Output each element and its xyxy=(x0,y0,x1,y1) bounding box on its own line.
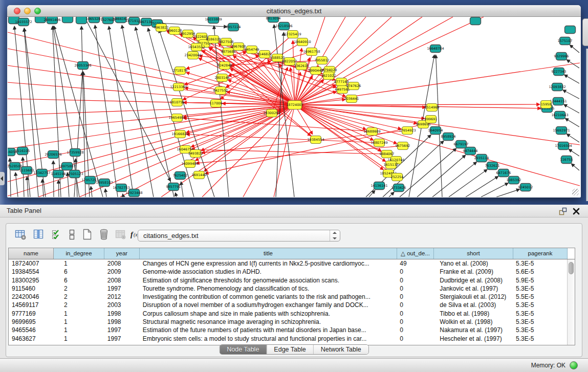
cell-pagerank[interactable]: 5.5E-5 xyxy=(513,293,567,301)
cell-name[interactable]: 19384554 xyxy=(9,268,54,276)
cell-short[interactable]: Jankovic et al. (1997) xyxy=(433,285,513,293)
cell-title[interactable]: Estimation of significance thresholds fo… xyxy=(140,276,397,285)
cell-name[interactable]: 9777169 xyxy=(9,310,54,318)
delete-button[interactable] xyxy=(97,228,111,242)
cell-in_degree[interactable]: 6 xyxy=(54,268,104,276)
cell-short[interactable]: Hescheler et al. (1997) xyxy=(433,335,513,343)
cell-name[interactable]: 9115460 xyxy=(9,285,54,293)
cell-out_de[interactable]: 0 xyxy=(397,285,433,293)
cell-year[interactable]: 2003 xyxy=(104,301,140,309)
cell-year[interactable]: 1998 xyxy=(104,310,140,318)
cell-title[interactable]: Genome-wide association studies in ADHD. xyxy=(140,268,397,276)
cell-pagerank[interactable]: 5.3E-5 xyxy=(513,259,567,268)
cell-title[interactable]: Disruption of a novel member of a sodium… xyxy=(140,301,397,309)
cell-short[interactable]: Dudbridge et al. (2008) xyxy=(433,276,513,285)
cell-in_degree[interactable]: 1 xyxy=(54,259,104,268)
column-header-in_degree[interactable]: in_degree xyxy=(54,248,104,259)
cell-title[interactable]: Structural magnetic resonance image aver… xyxy=(140,318,397,326)
cell-pagerank[interactable]: 5.3E-5 xyxy=(513,310,567,318)
scrollbar-thumb[interactable] xyxy=(569,262,574,274)
cell-name[interactable]: 18300295 xyxy=(9,276,54,285)
network-canvas[interactable]: 1403557220891406106532871527602646616110… xyxy=(8,17,580,197)
table-options-button[interactable] xyxy=(14,228,27,242)
cell-in_degree[interactable]: 1 xyxy=(54,326,104,334)
close-panel-icon[interactable] xyxy=(572,207,581,216)
column-header-out_de[interactable]: △ out_de... xyxy=(397,248,434,259)
memory-status-indicator[interactable] xyxy=(570,361,578,369)
cell-short[interactable]: de Silva et al. (2003) xyxy=(433,301,513,309)
table-row[interactable]: 1872400712008Changes of HCN gene express… xyxy=(9,259,567,268)
cell-title[interactable]: Embryonic stem cells: a model to study s… xyxy=(140,335,397,343)
cell-out_de[interactable]: 0 xyxy=(397,335,433,343)
tab-network-table[interactable]: Network Table xyxy=(313,345,368,354)
cell-out_de[interactable]: 49 xyxy=(397,259,433,268)
table-row[interactable]: 1456911722003Disruption of a novel membe… xyxy=(9,301,567,309)
tab-edge-table[interactable]: Edge Table xyxy=(266,345,313,354)
cell-out_de[interactable]: 0 xyxy=(397,301,433,309)
column-header-title[interactable]: title xyxy=(140,248,397,259)
cell-pagerank[interactable]: 5.3E-5 xyxy=(513,335,567,343)
cell-year[interactable]: 1997 xyxy=(104,326,140,334)
cell-short[interactable]: Stergiakouli et al. (2012) xyxy=(433,293,513,301)
cell-pagerank[interactable]: 5.3E-5 xyxy=(513,301,567,309)
cell-title[interactable]: Tourette syndrome. Phenomenology and cla… xyxy=(140,285,397,293)
table-row[interactable]: 969969511998Structural magnetic resonanc… xyxy=(9,318,567,326)
column-header-pagerank[interactable]: pagerank xyxy=(513,248,568,259)
table-row[interactable]: 946362711997Embryonic stem cells: a mode… xyxy=(9,335,567,343)
cell-year[interactable]: 1997 xyxy=(104,285,140,293)
cell-name[interactable]: 9465546 xyxy=(9,326,54,334)
table-row[interactable]: 911546021997Tourette syndrome. Phenomeno… xyxy=(9,285,567,293)
cell-in_degree[interactable]: 2 xyxy=(54,293,104,301)
cell-in_degree[interactable]: 1 xyxy=(54,335,104,343)
cell-short[interactable]: Yano et al. (2008) xyxy=(433,259,513,268)
graph-node[interactable] xyxy=(62,17,73,23)
graph-node[interactable] xyxy=(76,17,87,24)
cell-in_degree[interactable]: 1 xyxy=(54,310,104,318)
cell-title[interactable]: Corpus callosum shape and size in male p… xyxy=(140,310,397,318)
float-panel-icon[interactable] xyxy=(558,207,568,216)
citation-network-graph[interactable]: 1403557220891406106532871527602646616110… xyxy=(8,17,580,197)
column-header-year[interactable]: year xyxy=(104,248,140,259)
cell-pagerank[interactable]: 5.3E-5 xyxy=(513,318,567,326)
column-header-name[interactable]: name xyxy=(9,248,54,259)
table-row[interactable]: 1830029562008Estimation of significance … xyxy=(9,276,567,285)
table-row[interactable]: 2242004622012Investigating the contribut… xyxy=(9,293,567,301)
cell-out_de[interactable]: 0 xyxy=(397,276,433,285)
network-window-titlebar[interactable]: citations_edges.txt xyxy=(7,5,581,17)
cell-in_degree[interactable]: 2 xyxy=(54,301,104,309)
graph-node[interactable] xyxy=(470,17,481,25)
cell-name[interactable]: 14569117 xyxy=(9,301,54,309)
cell-year[interactable]: 1997 xyxy=(104,335,140,343)
cell-in_degree[interactable]: 2 xyxy=(54,285,104,293)
cell-short[interactable]: Tibbo et al. (1998) xyxy=(433,310,513,318)
cell-year[interactable]: 2012 xyxy=(104,293,140,301)
cell-year[interactable]: 2008 xyxy=(104,259,140,268)
cell-short[interactable]: Nakamura et al. (1997) xyxy=(433,326,513,334)
window-resize-grip[interactable] xyxy=(572,189,579,195)
table-row[interactable]: 946554611997Estimation of the future num… xyxy=(9,326,567,334)
tab-node-table[interactable]: Node Table xyxy=(220,345,266,354)
table-row[interactable]: 977716911998Corpus callosum shape and si… xyxy=(9,310,567,318)
panel-collapse-nub[interactable] xyxy=(0,172,5,185)
background-window-edge[interactable] xyxy=(582,18,588,46)
cell-out_de[interactable]: 0 xyxy=(397,310,433,318)
table-row[interactable]: 1938455462009Genome-wide association stu… xyxy=(9,268,567,276)
cell-out_de[interactable]: 0 xyxy=(397,326,433,334)
cell-pagerank[interactable]: 5.6E-5 xyxy=(513,268,567,276)
cell-title[interactable]: Changes of HCN gene expression and I(f) … xyxy=(140,259,397,268)
cell-out_de[interactable]: 0 xyxy=(397,318,433,326)
cell-short[interactable]: Wolkin et al. (1998) xyxy=(433,318,513,326)
cell-name[interactable]: 9699695 xyxy=(9,318,54,326)
cell-out_de[interactable]: 0 xyxy=(397,293,433,301)
cell-pagerank[interactable]: 5.9E-5 xyxy=(513,276,567,285)
cell-short[interactable]: Franke et al. (2009) xyxy=(433,268,513,276)
cell-name[interactable]: 18724007 xyxy=(9,259,54,268)
graph-node[interactable] xyxy=(565,26,576,34)
stacked-rows-button[interactable] xyxy=(65,228,78,242)
cell-pagerank[interactable]: 5.3E-5 xyxy=(513,285,567,293)
cell-title[interactable]: Investigating the contribution of common… xyxy=(140,293,397,301)
table-vertical-scrollbar[interactable] xyxy=(567,259,575,345)
select-columns-button[interactable] xyxy=(50,228,63,242)
table-select-dropdown[interactable]: citations_edges.txt xyxy=(138,230,340,242)
cell-title[interactable]: Estimation of the future numbers of pati… xyxy=(140,326,397,334)
